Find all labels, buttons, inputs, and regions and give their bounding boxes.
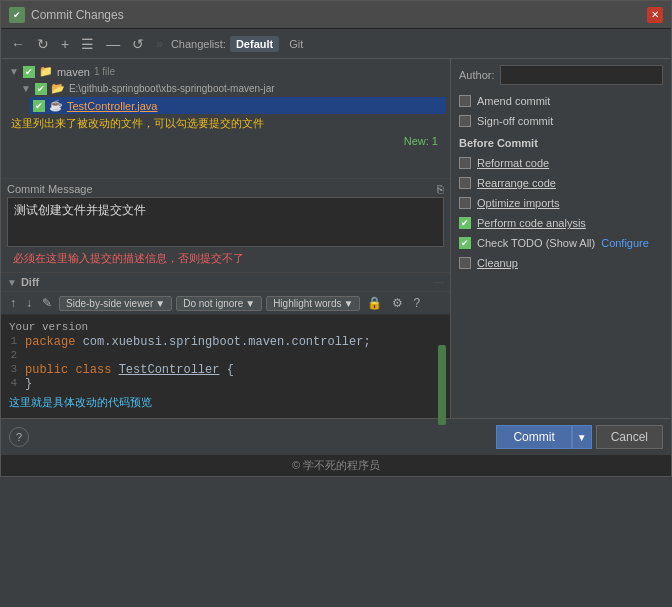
checktodo-checkbox[interactable]: ✔ [459,237,471,249]
bottom-bar: ? Commit ▼ Cancel [1,418,671,455]
path-checkbox[interactable]: ✔ [35,83,47,95]
code-line-3: 3 public class TestController { [1,363,450,377]
checktodo-row: ✔ Check TODO (Show All) Configure [459,235,663,251]
commit-message-area: Commit Message ⎘ 测试创建文件并提交文件 必须在这里输入提交的描… [1,179,450,272]
commit-button[interactable]: Commit [496,425,571,449]
diff-up-button[interactable]: ↑ [7,295,19,311]
copy-icon[interactable]: ⎘ [437,183,444,195]
rearrange-checkbox[interactable] [459,177,471,189]
title-bar-left: ✔ Commit Changes [9,7,124,23]
optimize-row: Optimize imports [459,195,663,211]
commit-dropdown-button[interactable]: ▼ [572,425,592,449]
diff-expand-arrow[interactable]: ▼ [7,277,17,288]
analyze-checkbox[interactable]: ✔ [459,217,471,229]
folder-icon: 📁 [39,65,53,78]
action-buttons: Commit ▼ Cancel [496,425,663,449]
diff-section: ▼ Diff ···· ↑ ↓ ✎ Side-by-side viewer ▼ … [1,272,450,418]
diff-green-bar [438,345,446,425]
amend-checkbox[interactable] [459,95,471,107]
reformat-row: Reformat code [459,155,663,171]
viewer-label: Side-by-side viewer [66,298,153,309]
configure-link[interactable]: Configure [601,237,649,249]
line-content-4: } [25,377,450,391]
minus-button[interactable]: — [102,34,124,54]
refresh-button[interactable]: ↻ [33,34,53,54]
java-file-icon: ☕ [49,99,63,112]
analyze-label: Perform code analysis [477,217,586,229]
path-folder-icon: 📂 [51,82,65,95]
highlight-arrow: ▼ [344,298,354,309]
author-input[interactable] [500,65,663,85]
maven-count: 1 file [94,66,115,77]
help-button[interactable]: ? [9,427,29,447]
optimize-label: Optimize imports [477,197,560,209]
path-expand-arrow: ▼ [21,83,31,94]
file-label: TestController.java [67,100,158,112]
commit-annotation: 必须在这里输入提交的描述信息，否则提交不了 [7,249,444,268]
ignore-dropdown[interactable]: Do not ignore ▼ [176,296,262,311]
commit-message-label: Commit Message ⎘ [7,183,444,195]
back-button[interactable]: ← [7,34,29,54]
cleanup-checkbox[interactable] [459,257,471,269]
highlight-dropdown[interactable]: Highlight words ▼ [266,296,360,311]
tree-item-file[interactable]: ✔ ☕ TestController.java [29,97,446,114]
diff-title: Diff [21,276,39,288]
add-button[interactable]: + [57,34,73,54]
diff-edit-button[interactable]: ✎ [39,295,55,311]
code-annotation: 这里就是具体改动的代码预览 [1,391,450,414]
commit-button-group: Commit ▼ [496,425,591,449]
code-line-1: 1 package com.xuebusi.springboot.maven.c… [1,335,450,349]
line-content-1: package com.xuebusi.springboot.maven.con… [25,335,450,349]
line-content-3: public class TestController { [25,363,450,377]
ignore-label: Do not ignore [183,298,243,309]
left-panel: ▼ ✔ 📁 maven 1 file ▼ ✔ 📂 E:\github-sprin… [1,59,451,418]
changelist-label: Changelist: [171,38,226,50]
tree-item-path[interactable]: ▼ ✔ 📂 E:\github-springboot\xbs-springboo… [17,80,446,97]
close-button[interactable]: ✕ [647,7,663,23]
diff-separator: ···· [433,277,444,288]
author-label: Author: [459,69,494,81]
menu-button[interactable]: ☰ [77,34,98,54]
your-version-label: Your version [1,319,450,335]
diff-down-button[interactable]: ↓ [23,295,35,311]
signoff-checkbox[interactable] [459,115,471,127]
cancel-button[interactable]: Cancel [596,425,663,449]
viewer-dropdown[interactable]: Side-by-side viewer ▼ [59,296,172,311]
checktodo-label: Check TODO (Show All) [477,237,595,249]
cleanup-row: Cleanup [459,255,663,271]
file-tree: ▼ ✔ 📁 maven 1 file ▼ ✔ 📂 E:\github-sprin… [1,59,450,179]
rearrange-row: Rearrange code [459,175,663,191]
lock-icon[interactable]: 🔒 [364,295,385,311]
reformat-label: Reformat code [477,157,549,169]
git-badge: Git [289,38,303,50]
settings-icon[interactable]: ⚙ [389,295,406,311]
before-commit-title: Before Commit [459,137,663,149]
rearrange-label: Rearrange code [477,177,556,189]
file-checkbox[interactable]: ✔ [33,100,45,112]
changelist-value[interactable]: Default [230,36,279,52]
code-line-4: 4 } [1,377,450,391]
commit-message-input[interactable]: 测试创建文件并提交文件 [7,197,444,247]
diff-code-area: Your version 1 package com.xuebusi.sprin… [1,315,450,418]
reformat-checkbox[interactable] [459,157,471,169]
line-num-2: 2 [1,349,25,363]
title-bar: ✔ Commit Changes ✕ [1,1,671,29]
ignore-arrow: ▼ [245,298,255,309]
commit-dialog: ✔ Commit Changes ✕ ← ↻ + ☰ — ↺ » Changel… [0,0,672,477]
undo-button[interactable]: ↺ [128,34,148,54]
new-badge: New: 1 [5,133,446,149]
main-toolbar: ← ↻ + ☰ — ↺ » Changelist: Default Git [1,29,671,59]
file-tree-annotation: 这里列出来了被改动的文件，可以勾选要提交的文件 [5,114,446,133]
optimize-checkbox[interactable] [459,197,471,209]
maven-label: maven [57,66,90,78]
maven-checkbox[interactable]: ✔ [23,66,35,78]
line-num-1: 1 [1,335,25,349]
cleanup-label: Cleanup [477,257,518,269]
signoff-label: Sign-off commit [477,115,553,127]
tree-item-maven[interactable]: ▼ ✔ 📁 maven 1 file [5,63,446,80]
help-diff-icon[interactable]: ? [410,295,423,311]
highlight-label: Highlight words [273,298,341,309]
author-row: Author: [459,65,663,85]
main-content: ▼ ✔ 📁 maven 1 file ▼ ✔ 📂 E:\github-sprin… [1,59,671,418]
app-icon: ✔ [9,7,25,23]
